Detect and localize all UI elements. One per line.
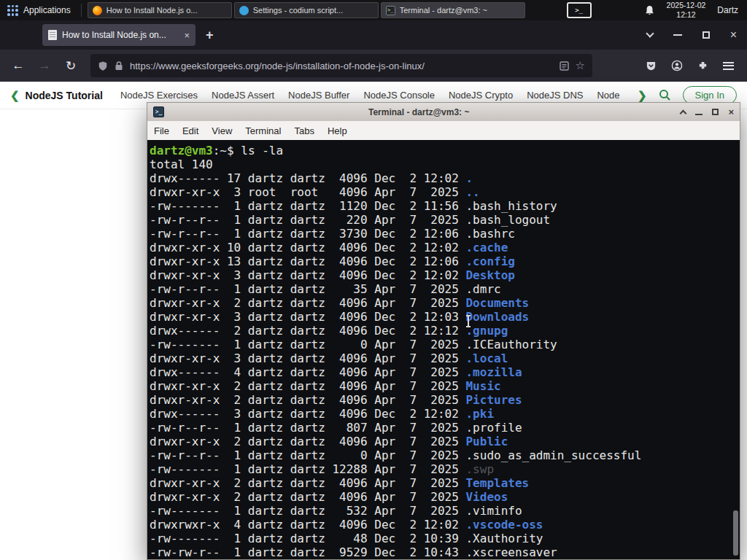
- file-name: .bash_logout: [465, 213, 550, 227]
- tray-terminal-icon[interactable]: >_: [567, 2, 592, 18]
- terminal-line: drwx------ 2 dartz dartz 4096 Dec 2 12:1…: [150, 324, 738, 338]
- applications-label: Applications: [23, 5, 71, 15]
- terminal-content[interactable]: dartz@vm3:~$ ls -la total 140 drwx------…: [147, 140, 740, 560]
- terminal-line: -rw------- 1 dartz dartz 1120 Dec 2 11:5…: [150, 199, 738, 213]
- bookmark-star-icon[interactable]: ☆: [576, 59, 585, 72]
- taskbar-button-label: Settings - codium script...: [253, 6, 344, 15]
- file-name: .sudo_as_admin_successful: [465, 448, 641, 462]
- terminal-scrollbar-thumb[interactable]: [733, 510, 738, 556]
- file-name: Pictures: [465, 393, 522, 407]
- terminal-line: drwxr-xr-x 10 dartz dartz 4096 Dec 2 12:…: [150, 241, 738, 254]
- taskbar-button-codium-settings[interactable]: Settings - codium script...: [234, 2, 379, 18]
- nodejs-tutorial-title[interactable]: NodeJS Tutorial: [26, 90, 103, 101]
- tracking-protection-shield-icon[interactable]: [98, 61, 108, 71]
- mouse-text-cursor: [465, 315, 471, 327]
- taskbar-button-firefox-nodejs[interactable]: How to Install Node.js o...: [88, 2, 232, 18]
- desktop: Applications How to Install Node.js o...…: [0, 0, 747, 560]
- back-button[interactable]: ←: [7, 55, 29, 77]
- nav-link-assert[interactable]: NodeJS Assert: [212, 90, 274, 101]
- file-name: .profile: [465, 421, 522, 435]
- terminal-line: -rw-r--r-- 1 dartz dartz 35 Apr 7 2025 .…: [150, 282, 738, 296]
- nav-scroll-left-icon[interactable]: ❮: [10, 89, 20, 102]
- terminal-line: drwxr-xr-x 3 dartz dartz 4096 Dec 2 12:0…: [150, 268, 738, 282]
- terminal-line: -rw-rw-r-- 1 dartz dartz 9529 Dec 2 10:4…: [150, 545, 738, 559]
- terminal-line: drwxr-xr-x 3 root root 4096 Apr 7 2025 .…: [150, 185, 738, 199]
- terminal-window-icon: >_: [153, 106, 164, 117]
- terminal-window-title: Terminal - dartz@vm3: ~: [164, 107, 673, 117]
- applications-menu-button[interactable]: Applications: [0, 0, 78, 20]
- window-minimize-button[interactable]: [673, 34, 682, 36]
- clock-date: 2025-12-02: [667, 1, 706, 10]
- user-menu[interactable]: Dartz: [717, 5, 741, 15]
- codium-icon: [239, 6, 249, 15]
- file-name: .config: [465, 254, 514, 268]
- file-name: .xscreensaver: [465, 545, 557, 559]
- toolbar-icons: [640, 60, 740, 71]
- window-maximize-button[interactable]: [703, 31, 710, 39]
- menu-terminal[interactable]: Terminal: [239, 125, 287, 136]
- search-icon[interactable]: [659, 89, 671, 101]
- file-name: .pki: [465, 407, 494, 421]
- lock-icon[interactable]: [115, 61, 123, 71]
- nav-scroll-right-icon[interactable]: ❯: [638, 89, 647, 102]
- file-name: Downloads: [465, 310, 529, 324]
- new-tab-button[interactable]: +: [206, 28, 214, 43]
- file-name: Public: [465, 435, 508, 448]
- nav-link-dns[interactable]: NodeJS DNS: [527, 90, 583, 101]
- extensions-icon[interactable]: [697, 61, 708, 71]
- menu-help[interactable]: Help: [321, 125, 354, 136]
- terminal-prompt-line: dartz@vm3:~$ ls -la: [150, 144, 738, 158]
- terminal-line: drwxr-xr-x 3 dartz dartz 4096 Dec 2 12:0…: [150, 310, 738, 324]
- panel-clock[interactable]: 2025-12-02 12:12: [667, 1, 706, 20]
- forward-button[interactable]: →: [34, 55, 55, 77]
- menu-file[interactable]: File: [147, 125, 176, 136]
- terminal-line: drwx------ 17 dartz dartz 4096 Dec 2 12:…: [150, 171, 738, 185]
- terminal-maximize-button[interactable]: [712, 109, 719, 115]
- notification-bell-icon[interactable]: [644, 5, 655, 16]
- account-icon[interactable]: [671, 60, 683, 71]
- terminal-line: drwxrwxr-x 4 dartz dartz 4096 Dec 2 12:0…: [150, 518, 738, 532]
- file-name: .: [465, 171, 473, 185]
- menu-view[interactable]: View: [205, 125, 239, 136]
- nav-link-console[interactable]: NodeJS Console: [363, 90, 435, 101]
- terminal-line: drwx------ 4 dartz dartz 4096 Apr 7 2025…: [150, 365, 738, 379]
- browser-tab-active[interactable]: How to Install Node.js on... ×: [42, 24, 196, 46]
- terminal-line: -rw-r--r-- 1 dartz dartz 220 Apr 7 2025 …: [150, 213, 738, 227]
- clock-time: 12:12: [676, 10, 695, 20]
- file-name: Music: [465, 379, 500, 393]
- menu-edit[interactable]: Edit: [176, 125, 205, 136]
- file-name: Documents: [465, 296, 529, 310]
- terminal-line: drwxr-xr-x 2 dartz dartz 4096 Apr 7 2025…: [150, 379, 738, 393]
- terminal-line: drwxr-xr-x 2 dartz dartz 4096 Apr 7 2025…: [150, 476, 738, 490]
- taskbar-window-buttons: How to Install Node.js o... Settings - c…: [88, 2, 525, 18]
- terminal-total-line: total 140: [150, 158, 738, 171]
- nav-link-truncated[interactable]: Node: [597, 90, 619, 101]
- panel-right-cluster: >_ 2025-12-02 12:12 Dartz: [567, 1, 747, 20]
- menu-tabs[interactable]: Tabs: [287, 125, 320, 136]
- tabbar-right-controls: ×: [647, 29, 747, 41]
- shade-button[interactable]: [680, 109, 687, 117]
- tab-title: How to Install Node.js on...: [62, 30, 179, 40]
- terminal-close-button[interactable]: ×: [728, 107, 734, 117]
- nav-link-exercises[interactable]: NodeJS Exercises: [120, 90, 198, 101]
- taskbar-button-terminal[interactable]: >_ Terminal - dartz@vm3: ~: [381, 2, 525, 18]
- terminal-titlebar-buttons: ×: [673, 107, 734, 117]
- tab-close-icon[interactable]: ×: [184, 31, 190, 40]
- url-bar[interactable]: https://www.geeksforgeeks.org/node-js/in…: [90, 54, 592, 77]
- file-name: Templates: [465, 476, 529, 490]
- terminal-line: -rw-r--r-- 1 dartz dartz 3730 Dec 2 12:0…: [150, 227, 738, 241]
- terminal-titlebar[interactable]: >_ Terminal - dartz@vm3: ~ ×: [147, 102, 740, 121]
- window-close-button[interactable]: ×: [730, 29, 737, 41]
- terminal-line: -rw------- 1 dartz dartz 12288 Apr 7 202…: [150, 462, 738, 476]
- nav-link-buffer[interactable]: NodeJS Buffer: [288, 90, 349, 101]
- app-menu-icon[interactable]: [723, 62, 734, 70]
- pocket-icon[interactable]: [646, 61, 657, 71]
- reload-button[interactable]: ↻: [60, 55, 82, 77]
- file-name: .vscode-oss: [465, 518, 543, 532]
- terminal-minimize-button[interactable]: [695, 114, 703, 115]
- file-name: .mozilla: [465, 365, 522, 379]
- list-all-tabs-icon[interactable]: [646, 29, 654, 37]
- terminal-menubar: File Edit View Terminal Tabs Help: [147, 121, 740, 140]
- reader-mode-icon[interactable]: [560, 61, 569, 71]
- nav-link-crypto[interactable]: NodeJS Crypto: [449, 90, 513, 101]
